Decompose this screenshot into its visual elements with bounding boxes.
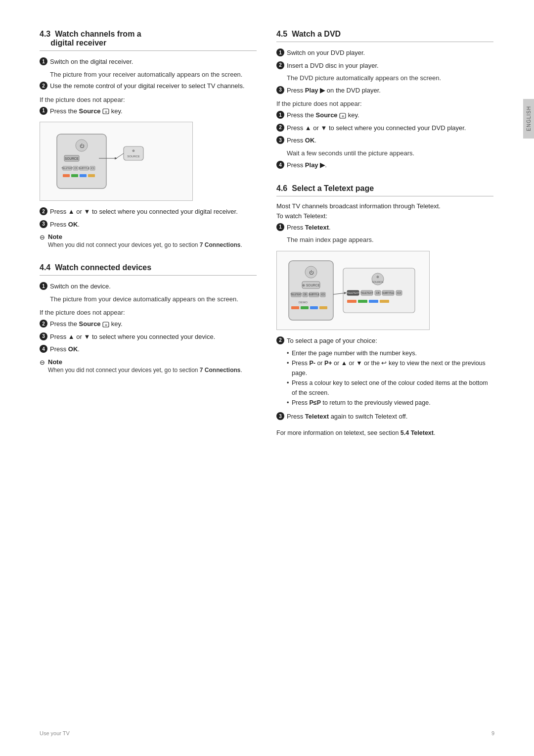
step-num-2: 2 <box>40 82 47 90</box>
section-43-title: 4.3 Watch channels from a digital receiv… <box>40 30 257 51</box>
step-46-1-sub: The main index page appears. <box>287 235 493 245</box>
step-43-sub3: 3 Press OK. <box>40 220 257 230</box>
step-num-1: 1 <box>40 57 47 65</box>
step-43-sub1: 1 Press the Source ⊕ key. <box>40 106 257 116</box>
note-text-43: When you did not connect your devices ye… <box>48 241 242 248</box>
svg-text:SOURCE: SOURCE <box>372 281 384 284</box>
section-44-number: 4.4 <box>40 263 50 272</box>
step-text-43-2: Use the remote control of your digital r… <box>50 81 245 91</box>
step-43-1-sub: The picture from your receiver automatic… <box>50 70 257 80</box>
step-46-3: 3 Press Teletext again to switch Teletex… <box>276 412 493 422</box>
svg-text:SUBTITLE: SUBTITLE <box>79 167 89 170</box>
step-text-43-sub2: Press ▲ or ▼ to select where you connect… <box>50 207 238 217</box>
teletext-svg: ⏻ ⊕ SOURCE TELETEXT CB SUBTITLE IC3 <box>281 253 425 328</box>
step-44-sub2: 2 Press the Source ⊕ key. <box>40 319 257 329</box>
svg-text:SUBTITLE: SUBTITLE <box>309 293 319 296</box>
step-text-44-sub4: Press OK. <box>50 344 80 354</box>
step-num-45-3: 3 <box>276 86 284 94</box>
svg-rect-62 <box>358 300 367 303</box>
step-45-3: 3 Press Play ▶ on the DVD player. <box>276 86 493 95</box>
page: ENGLISH 4.3 Watch channels from a digita… <box>0 0 534 756</box>
remote-illustration-43: ⏻ SOURCE TELETEXT CB SUBTITLE <box>40 122 193 201</box>
section-43: 4.3 Watch channels from a digital receiv… <box>40 30 257 249</box>
step-45-2-sub: The DVD picture automatically appears on… <box>287 73 493 83</box>
svg-text:⊕: ⊕ <box>105 110 107 113</box>
section-46-footer: For more information on teletext, see se… <box>276 429 493 436</box>
section-46-number: 4.6 <box>276 184 287 192</box>
step-43-1: 1 Switch on the digital receiver. <box>40 57 257 67</box>
svg-rect-63 <box>369 300 378 303</box>
step-text-45-sub4: Press Play ▶. <box>287 160 327 170</box>
note-icon-43: ⊖ <box>40 234 45 241</box>
teletext-illustration: ⏻ ⊕ SOURCE TELETEXT CB SUBTITLE IC3 <box>276 251 430 330</box>
step-46-1: 1 Press Teletext. <box>276 223 493 233</box>
step-46-2: 2 To select a page of your choice: <box>276 336 493 346</box>
step-num-45-1: 1 <box>276 48 284 56</box>
step-text-45-sub1: Press the Source ⊕ key. <box>287 110 359 120</box>
right-column: 4.5 Watch a DVD 1 Switch on your DVD pla… <box>276 30 493 716</box>
svg-text:⊕ SOURCE: ⊕ SOURCE <box>302 284 320 287</box>
svg-rect-43 <box>301 306 309 309</box>
section-45-title: 4.5 Watch a DVD <box>276 30 493 42</box>
step-num-46-2: 2 <box>276 336 284 344</box>
step-45-sub3: 3 Press OK. <box>276 136 493 145</box>
svg-text:⏻: ⏻ <box>80 143 85 148</box>
step-num-45-sub4: 4 <box>276 161 284 169</box>
step-num-44-sub3: 3 <box>40 332 47 340</box>
step-43-2: 2 Use the remote control of your digital… <box>40 81 257 91</box>
svg-rect-64 <box>380 300 389 303</box>
note-icon-44: ⊖ <box>40 359 45 366</box>
section-43-steps: 1 Switch on the digital receiver. The pi… <box>40 57 257 91</box>
step-text-45-sub3: Press OK. <box>287 136 316 145</box>
note-label-43: Note <box>48 233 62 240</box>
step-num-44-1: 1 <box>40 282 47 290</box>
svg-rect-16 <box>63 174 70 177</box>
svg-text:⊕: ⊕ <box>132 149 135 152</box>
condition-45: If the picture does not appear: <box>276 100 493 107</box>
step-text-43-1: Switch on the digital receiver. <box>50 57 133 67</box>
svg-text:SOURCE: SOURCE <box>65 157 79 160</box>
step-45-sub3-note: Wait a few seconds until the picture app… <box>287 148 493 158</box>
step-45-1: 1 Switch on your DVD player. <box>276 48 493 58</box>
svg-text:⊕: ⊕ <box>376 275 379 279</box>
section-46-title: 4.6 Select a Teletext page <box>276 184 493 196</box>
remote-svg-43: ⏻ SOURCE TELETEXT CB SUBTITLE <box>47 127 185 196</box>
step-text-45-2: Insert a DVD disc in your player. <box>287 61 379 71</box>
step-num-sub3: 3 <box>40 220 47 228</box>
bullet-list-46: Enter the page number with the number ke… <box>287 348 493 408</box>
svg-line-23 <box>116 153 124 158</box>
content-area: 4.3 Watch channels from a digital receiv… <box>0 0 523 756</box>
step-num-46-1: 1 <box>276 223 284 231</box>
section-46: 4.6 Select a Teletext page Most TV chann… <box>276 184 493 436</box>
svg-rect-44 <box>310 306 318 309</box>
svg-rect-19 <box>88 174 95 177</box>
bullet-46-4: Press P≤P to return to the previously vi… <box>287 398 493 408</box>
svg-text:IC3: IC3 <box>321 293 325 296</box>
section-45-number: 4.5 <box>276 30 287 38</box>
step-num-45-sub1: 1 <box>276 111 284 119</box>
step-44-sub3: 3 Press ▲ or ▼ to select where you conne… <box>40 332 257 342</box>
svg-text:TELETEXT: TELETEXT <box>360 291 373 294</box>
step-44-1-sub: The picture from your device automatical… <box>50 294 257 304</box>
svg-text:SUBTITLE: SUBTITLE <box>382 291 395 294</box>
svg-rect-17 <box>71 174 78 177</box>
svg-rect-42 <box>291 306 299 309</box>
svg-text:IC3: IC3 <box>90 167 94 170</box>
step-text-44-1: Switch on the device. <box>50 282 111 291</box>
svg-text:SOURCE: SOURCE <box>127 155 140 158</box>
bullet-46-1: Enter the page number with the number ke… <box>287 348 493 358</box>
step-num-sub2: 2 <box>40 207 47 215</box>
svg-text:DEMO: DEMO <box>299 301 308 304</box>
step-text-44-sub2: Press the Source ⊕ key. <box>50 319 123 329</box>
svg-text:CB: CB <box>376 291 380 294</box>
svg-rect-45 <box>319 306 327 309</box>
note-44: ⊖ Note When you did not connect your dev… <box>40 358 257 375</box>
step-text-44-sub3: Press ▲ or ▼ to select where you connect… <box>50 332 215 342</box>
section-44-title: 4.4 Watch connected devices <box>40 263 257 276</box>
svg-rect-18 <box>80 174 87 177</box>
section-46-intro: Most TV channels broadcast information t… <box>276 202 493 210</box>
note-text-44: When you did not connect your devices ye… <box>48 367 242 374</box>
step-num-45-sub3: 3 <box>276 136 284 144</box>
svg-text:TELETEXT: TELETEXT <box>291 293 302 296</box>
step-num-46-3: 3 <box>276 412 284 420</box>
